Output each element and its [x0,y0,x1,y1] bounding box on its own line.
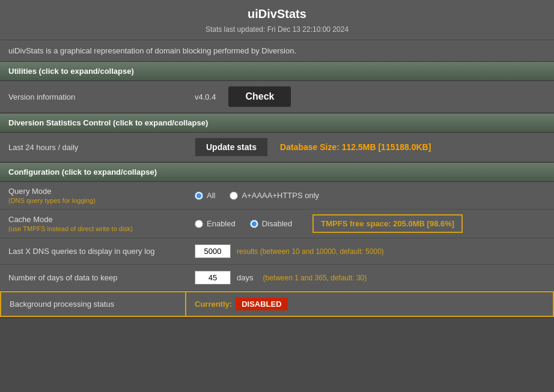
query-mode-row: Query Mode (DNS query types for logging)… [0,182,554,210]
version-value: v4.0.4 [195,92,216,101]
cache-mode-row: Cache Mode (use TMPFS instead of direct … [0,210,554,238]
days-label: days [237,273,253,282]
utilities-section-header[interactable]: Utilities (click to expand/collapse) [0,61,554,81]
version-label: Version information [8,92,195,101]
diversion-section-header[interactable]: Diversion Statistics Control (click to e… [0,113,554,133]
check-button[interactable]: Check [228,86,291,107]
tmpfs-info-box: TMPFS free space: 205.0MB [98.6%] [312,214,463,233]
query-mode-label: Query Mode (DNS query types for logging) [8,187,195,204]
cache-mode-enabled-group: Enabled [195,219,244,228]
last-updated: Stats last updated: Fri Dec 13 22:10:00 … [205,25,349,34]
cache-mode-disabled-group: Disabled [250,219,301,228]
bg-status-row: Background processing status Currently: … [0,291,554,318]
cache-mode-content: Enabled Disabled TMPFS free space: 205.0… [195,214,546,233]
days-keep-content: days (between 1 and 365, default: 30) [195,271,546,285]
cache-mode-enabled-label[interactable]: Enabled [207,219,236,228]
query-mode-all-radio[interactable] [195,191,203,200]
query-log-content: results (between 10 and 10000, default: … [195,244,546,258]
update-stats-button[interactable]: Update stats [195,137,268,157]
query-mode-all-label[interactable]: All [207,191,215,200]
version-row: Version information v4.0.4 Check [0,81,554,113]
cache-mode-disabled-label[interactable]: Disabled [262,219,293,228]
query-log-row: Last X DNS queries to display in query l… [0,238,554,265]
bg-status-content: Currently: DISABLED [186,291,554,317]
days-keep-row: Number of days of data to keep days (bet… [0,265,554,291]
query-mode-https-label[interactable]: A+AAAA+HTTPS only [242,191,319,200]
cache-mode-disabled-radio[interactable] [250,220,258,228]
version-content: v4.0.4 Check [195,86,546,107]
days-keep-hint: (between 1 and 365, default: 30) [263,274,367,282]
diversion-row-label: Last 24 hours / daily [8,143,195,152]
query-log-input[interactable] [195,244,231,258]
bg-status-label: Background processing status [0,291,186,317]
cache-mode-sublabel: (use TMPFS instead of direct write to di… [8,225,195,232]
currently-label: Currently: [195,300,232,309]
days-keep-input[interactable] [195,271,231,285]
app-title: uiDivStats [6,7,548,21]
days-keep-label: Number of days of data to keep [8,273,195,282]
query-mode-sublabel: (DNS query types for logging) [8,197,195,204]
query-mode-https-radio[interactable] [230,191,238,200]
disabled-badge: DISABLED [236,298,287,310]
query-mode-all-group: All [195,191,224,200]
configuration-section-body: Query Mode (DNS query types for logging)… [0,182,554,318]
bottom-bar [0,318,554,336]
diversion-row: Last 24 hours / daily Update stats Datab… [0,133,554,162]
diversion-section-body: Last 24 hours / daily Update stats Datab… [0,133,554,162]
configuration-section-header[interactable]: Configuration (click to expand/collapse) [0,162,554,182]
query-log-hint: results (between 10 and 10000, default: … [237,247,384,256]
db-size-text: Database Size: 112.5MB [115188.0KB] [280,142,431,152]
cache-mode-enabled-radio[interactable] [195,220,203,228]
query-log-label: Last X DNS queries to display in query l… [8,247,195,256]
utilities-section-body: Version information v4.0.4 Check [0,81,554,113]
description-text: uiDivStats is a graphical representation… [0,40,554,61]
diversion-row-content: Update stats Database Size: 112.5MB [115… [195,137,546,157]
query-mode-https-group: A+AAAA+HTTPS only [230,191,327,200]
query-mode-content: All A+AAAA+HTTPS only [195,191,546,200]
cache-mode-label: Cache Mode (use TMPFS instead of direct … [8,215,195,232]
header: uiDivStats Stats last updated: Fri Dec 1… [0,0,554,40]
